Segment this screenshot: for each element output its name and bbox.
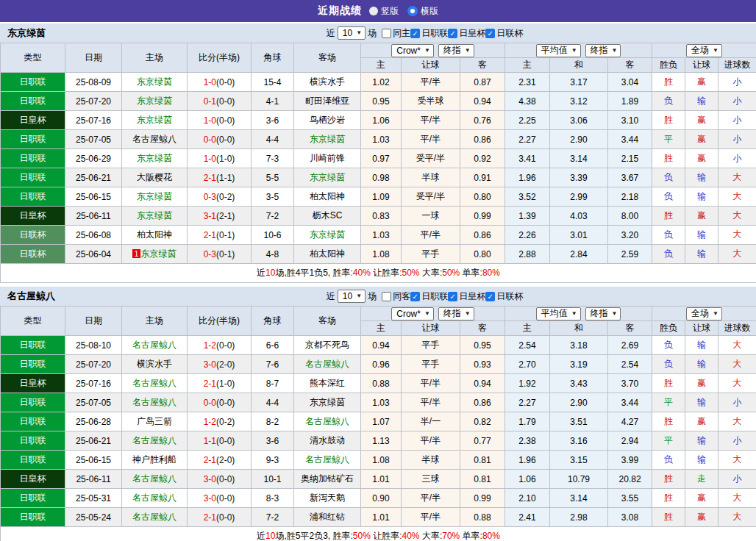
score: 1-0(1-0) bbox=[188, 149, 252, 168]
corners: 8-2 bbox=[252, 412, 294, 431]
league-checkbox[interactable]: ✓日联杯 bbox=[485, 27, 523, 40]
titlebar: 近期战绩 竖版横版 bbox=[0, 0, 756, 22]
team-name-text: 广岛三箭 bbox=[137, 416, 172, 426]
summary-text: 40% bbox=[353, 268, 371, 278]
outcome-cell: 大 bbox=[718, 508, 756, 527]
average-odds-cell: 2.38 bbox=[505, 431, 550, 451]
same-venue-checkbox[interactable]: 同客 bbox=[382, 290, 410, 303]
team-name-text: 柏太阳神 bbox=[137, 229, 172, 240]
radio-label-text: 横版 bbox=[421, 5, 438, 18]
column-header: 客场 bbox=[294, 307, 361, 336]
near-label: 近 bbox=[327, 27, 335, 40]
average-odds-cell: 1.89 bbox=[608, 92, 652, 111]
summary-text: 单率: bbox=[460, 268, 482, 278]
layout-radio-vertical[interactable]: 竖版 bbox=[369, 5, 399, 18]
column-header: 类型 bbox=[1, 43, 65, 73]
handicap-odds-cell: 0.93 bbox=[460, 355, 505, 374]
team-name-text: 新泻天鹅 bbox=[310, 492, 345, 503]
summary-text: 大率: bbox=[420, 268, 443, 278]
select-value: 全场 bbox=[691, 44, 709, 57]
odds-source-select[interactable]: 全场▼ bbox=[686, 307, 722, 320]
average-odds-cell: 2.90 bbox=[550, 130, 608, 149]
match-date: 25-06-15 bbox=[65, 187, 122, 207]
outcome-cell: 平 bbox=[652, 130, 685, 149]
half-time-score: (0-2) bbox=[216, 417, 235, 427]
match-date: 25-08-10 bbox=[65, 336, 122, 355]
chevron-down-icon: ▼ bbox=[571, 48, 577, 54]
checkbox-checked-icon: ✓ bbox=[485, 292, 495, 301]
odds-source-select[interactable]: 平均值▼ bbox=[536, 44, 581, 57]
average-odds-cell: 3.18 bbox=[550, 336, 608, 355]
corners: 7-3 bbox=[252, 149, 294, 168]
league-checkbox[interactable]: ✓日皇杯 bbox=[448, 290, 485, 303]
league-type-cell: 日职联 bbox=[1, 355, 65, 374]
summary-text: 50% bbox=[402, 268, 420, 278]
full-time-score: 2-1 bbox=[204, 512, 216, 523]
away-team: 町田泽维亚 bbox=[294, 92, 361, 111]
odds-column-header: 进球数 bbox=[718, 58, 756, 73]
unit-label: 场 bbox=[368, 290, 377, 303]
handicap-odds-cell: 1.08 bbox=[361, 245, 402, 264]
full-time-score: 3-0 bbox=[204, 493, 216, 504]
outcome-cell: 小 bbox=[718, 111, 756, 130]
team-name-text: 东京绿茵 bbox=[310, 229, 345, 240]
home-team: 东京绿茵 bbox=[122, 207, 188, 226]
full-time-score: 1-0 bbox=[204, 77, 216, 87]
odds-source-select[interactable]: 终指▼ bbox=[585, 307, 621, 320]
score: 3-0(0-0) bbox=[188, 489, 252, 508]
select-value: 平均值 bbox=[541, 44, 568, 57]
odds-source-select[interactable]: 终指▼ bbox=[438, 307, 474, 320]
full-time-score: 2-1 bbox=[204, 455, 216, 465]
handicap-odds-cell: 0.77 bbox=[460, 431, 505, 451]
away-team: 横滨水手 bbox=[294, 73, 361, 92]
handicap-odds-cell: 受平/半 bbox=[402, 149, 460, 168]
away-team: 新泻天鹅 bbox=[294, 489, 361, 508]
full-time-score: 1-0 bbox=[204, 154, 216, 164]
checkbox-label: 同主 bbox=[393, 27, 410, 40]
odds-source-select[interactable]: Crow*▼ bbox=[391, 307, 434, 320]
match-date: 25-07-20 bbox=[65, 355, 122, 374]
odds-source-select[interactable]: 平均值▼ bbox=[536, 307, 581, 320]
average-odds-cell: 4.38 bbox=[505, 92, 550, 111]
league-type-cell: 日职联 bbox=[1, 431, 65, 451]
odds-source-select[interactable]: 全场▼ bbox=[686, 44, 722, 57]
odds-source-select[interactable]: 终指▼ bbox=[585, 44, 621, 57]
outcome-cell: 负 bbox=[652, 451, 685, 470]
odds-source-select[interactable]: 终指▼ bbox=[438, 44, 474, 57]
away-team: 名古屋鲸八 bbox=[294, 412, 361, 431]
home-team: 柏太阳神 bbox=[122, 226, 188, 245]
league-checkbox[interactable]: ✓日皇杯 bbox=[448, 27, 485, 40]
average-odds-cell: 2.69 bbox=[608, 336, 652, 355]
half-time-score: (2-1) bbox=[216, 211, 235, 221]
layout-radio-horizontal[interactable]: 横版 bbox=[407, 5, 438, 18]
league-checkbox[interactable]: ✓日职联 bbox=[410, 290, 448, 303]
odds-source-select[interactable]: Crow*▼ bbox=[391, 44, 434, 57]
half-time-score: (2-0) bbox=[216, 455, 235, 465]
match-date: 25-06-29 bbox=[65, 149, 122, 168]
matches-table: 类型日期主场比分(半场)角球客场Crow*▼终指▼平均值▼终指▼全场▼主让球客主… bbox=[0, 43, 756, 283]
checkbox-label: 日皇杯 bbox=[459, 27, 485, 40]
home-team: 神户胜利船 bbox=[122, 451, 188, 470]
match-count-select[interactable]: 10▼ bbox=[338, 26, 365, 40]
team-name-text: 奥纳加钴矿石 bbox=[301, 473, 354, 484]
match-date: 25-06-15 bbox=[65, 451, 122, 470]
score: 0-0(0-0) bbox=[188, 130, 252, 149]
team-name-text: 柏太阳神 bbox=[310, 191, 345, 201]
handicap-odds-cell: 0.94 bbox=[361, 336, 402, 355]
same-venue-checkbox[interactable]: 同主 bbox=[382, 27, 410, 40]
away-team: 东京绿茵 bbox=[294, 226, 361, 245]
outcome-cell: 小 bbox=[718, 130, 756, 149]
filter-controls: 近10▼场同主✓日职联✓日皇杯✓日联杯 bbox=[324, 26, 523, 40]
handicap-odds-cell: 半球 bbox=[402, 451, 460, 470]
odds-column-header: 主 bbox=[505, 58, 550, 73]
outcome-cell: 小 bbox=[718, 73, 756, 92]
league-checkbox[interactable]: ✓日联杯 bbox=[485, 290, 523, 303]
league-checkbox[interactable]: ✓日职联 bbox=[410, 27, 448, 40]
match-count-select[interactable]: 10▼ bbox=[338, 290, 365, 303]
corners: 8-7 bbox=[252, 374, 294, 393]
outcome-cell: 平 bbox=[652, 431, 685, 451]
match-date: 25-05-31 bbox=[65, 489, 122, 508]
outcome-cell: 输 bbox=[685, 187, 718, 207]
match-date: 25-07-05 bbox=[65, 130, 122, 149]
away-team: 东京绿茵 bbox=[294, 168, 361, 187]
